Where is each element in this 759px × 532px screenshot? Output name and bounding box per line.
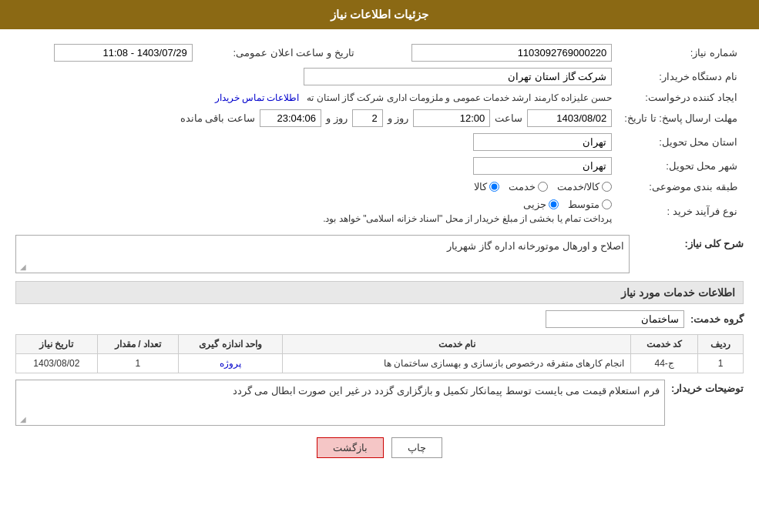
table-row: 1 ج-44 انجام کارهای متفرقه درخصوص بازساز… [16, 354, 744, 373]
cell-service-name: انجام کارهای متفرقه درخصوص بازسازی و بهس… [283, 354, 631, 373]
group-value-input [546, 310, 684, 328]
buyer-label: نام دستگاه خریدار: [618, 65, 744, 89]
need-description-row: شرح کلی نیاز: اصلاح و اورهال موتورخانه ا… [15, 235, 744, 273]
province-input [473, 133, 612, 151]
province-label: استان محل تحویل: [618, 130, 744, 154]
deadline-remaining-label-text: روز و [326, 112, 348, 124]
deadline-days-input [352, 109, 383, 127]
buyer-notes-row: توضیحات خریدار: فرم استعلام قیمت می بایس… [15, 380, 744, 426]
cell-service-code: ج-44 [631, 354, 698, 373]
cell-unit: پروژه [179, 354, 283, 373]
col-date: تاریخ نیاز [16, 335, 98, 354]
page-title: جزئیات اطلاعات نیاز [331, 8, 428, 21]
deadline-remaining-input [260, 109, 321, 127]
services-section-title: اطلاعات خدمات مورد نیاز [15, 281, 744, 304]
announce-date-label: تاریخ و ساعت اعلان عمومی: [233, 47, 354, 59]
need-number-label: شماره نیاز: [618, 41, 744, 65]
deadline-date-input [527, 109, 612, 127]
radio-partial[interactable]: جزیی [523, 199, 559, 210]
creator-label: ایجاد کننده درخواست: [618, 89, 744, 106]
contact-link[interactable]: اطلاعات تماس خریدار [215, 92, 300, 103]
cell-row-num: 1 [698, 354, 744, 373]
need-description-label: شرح کلی نیاز: [636, 235, 744, 249]
need-number-input[interactable] [411, 44, 612, 62]
cell-quantity: 1 [97, 354, 179, 373]
cell-date: 1403/08/02 [16, 354, 98, 373]
buyer-input [304, 68, 612, 85]
purchase-note: پرداخت تمام یا بخشی از مبلغ خریدار از مح… [22, 213, 612, 224]
need-description-value: اصلاح و اورهال موتورخانه اداره گاز شهریا… [15, 235, 630, 273]
col-service-name: نام خدمت [283, 335, 631, 354]
print-button[interactable]: چاپ [391, 437, 442, 458]
city-input [473, 157, 612, 175]
back-button[interactable]: بازگشت [317, 437, 384, 458]
radio-service[interactable]: خدمت [509, 181, 548, 192]
announce-date-input [54, 44, 193, 62]
bottom-buttons: چاپ بازگشت [15, 437, 744, 458]
col-quantity: تعداد / مقدار [97, 335, 179, 354]
deadline-time-label: ساعت [495, 112, 522, 124]
resize-handle-icon-2: ◢ [17, 415, 26, 424]
resize-handle-icon: ◢ [17, 263, 26, 272]
category-label: طبقه بندی موضوعی: [618, 178, 744, 196]
col-service-code: کد خدمت [631, 335, 698, 354]
radio-goods-service[interactable]: کالا/خدمت [557, 181, 613, 192]
group-label: گروه خدمت: [690, 313, 744, 325]
deadline-remaining-label: ساعت باقی مانده [180, 112, 255, 124]
page-header: جزئیات اطلاعات نیاز [0, 0, 759, 29]
group-row: گروه خدمت: [15, 310, 744, 328]
deadline-label: مهلت ارسال پاسخ: تا تاریخ: [618, 106, 744, 130]
radio-medium[interactable]: متوسط [568, 199, 612, 210]
info-table: شماره نیاز: تاریخ و ساعت اعلان عمومی: نا… [15, 41, 744, 227]
col-unit: واحد اندازه گیری [179, 335, 283, 354]
radio-goods[interactable]: کالا [474, 181, 499, 192]
services-section: اطلاعات خدمات مورد نیاز گروه خدمت: ردیف … [15, 281, 744, 373]
deadline-days-label: روز و [388, 112, 409, 124]
creator-value: حسن علیزاده کارمند ارشد خدمات عمومی و مل… [215, 92, 613, 103]
deadline-time-input [413, 109, 490, 127]
col-row-num: ردیف [698, 335, 744, 354]
city-label: شهر محل تحویل: [618, 154, 744, 178]
purchase-type-label: نوع فرآیند خرید : [618, 196, 744, 227]
buyer-notes-value: فرم استعلام قیمت می بایست توسط پیمانکار … [15, 380, 665, 426]
services-table: ردیف کد خدمت نام خدمت واحد اندازه گیری ت… [15, 334, 744, 373]
buyer-notes-label: توضیحات خریدار: [671, 380, 744, 394]
